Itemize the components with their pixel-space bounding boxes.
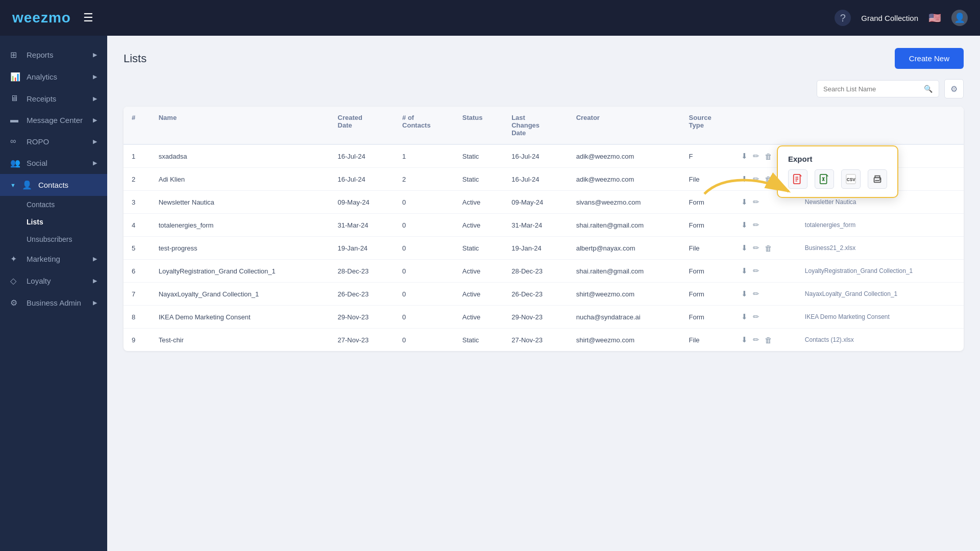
export-csv-button[interactable]: CSV bbox=[841, 169, 861, 189]
chevron-right-icon: ▶ bbox=[93, 160, 97, 166]
lists-table: # Name CreatedDate # ofContacts Status L… bbox=[124, 107, 964, 351]
edit-icon[interactable]: ✏ bbox=[753, 243, 760, 253]
sidebar-item-marketing[interactable]: ✦ Marketing ▶ bbox=[0, 248, 107, 270]
user-avatar[interactable]: 👤 bbox=[951, 10, 968, 26]
download-icon[interactable]: ⬇ bbox=[741, 289, 748, 298]
cell-last-change: 27-Nov-23 bbox=[503, 329, 568, 352]
col-extra bbox=[797, 107, 964, 144]
search-icon: 🔍 bbox=[924, 85, 933, 93]
sidebar-item-reports[interactable]: ⊞ Reports ▶ bbox=[0, 44, 107, 66]
cell-status: Static bbox=[454, 168, 503, 191]
sidebar-item-receipts[interactable]: 🖥 Receipts ▶ bbox=[0, 88, 107, 109]
delete-icon[interactable]: 🗑 bbox=[765, 244, 772, 253]
cell-num: 2 bbox=[124, 168, 151, 191]
delete-icon[interactable]: 🗑 bbox=[765, 336, 772, 344]
edit-icon[interactable]: ✏ bbox=[753, 197, 760, 207]
cell-contacts: 0 bbox=[394, 191, 454, 214]
menu-icon[interactable]: ☰ bbox=[83, 11, 93, 24]
cell-created: 28-Dec-23 bbox=[330, 260, 395, 283]
cell-extra: totalenergies_form bbox=[797, 214, 964, 237]
col-actions bbox=[733, 107, 797, 144]
help-icon[interactable]: ? bbox=[835, 10, 851, 26]
cell-creator: adik@weezmo.com bbox=[568, 144, 681, 168]
cell-contacts: 1 bbox=[394, 144, 454, 168]
sidebar-sub-lists[interactable]: Lists bbox=[27, 213, 107, 231]
search-input[interactable] bbox=[823, 85, 920, 93]
filter-button[interactable]: ⚙ bbox=[944, 79, 964, 98]
table-header-row: # Name CreatedDate # ofContacts Status L… bbox=[124, 107, 964, 144]
download-icon[interactable]: ⬇ bbox=[741, 220, 748, 230]
svg-point-5 bbox=[880, 179, 881, 180]
cell-source: Form bbox=[681, 283, 733, 306]
sidebar-item-ropo[interactable]: ∞ ROPO ▶ bbox=[0, 131, 107, 152]
edit-icon[interactable]: ✏ bbox=[753, 289, 760, 298]
cell-created: 16-Jul-24 bbox=[330, 144, 395, 168]
edit-icon[interactable]: ✏ bbox=[753, 312, 760, 321]
create-new-button[interactable]: Create New bbox=[895, 48, 964, 69]
delete-icon[interactable]: 🗑 bbox=[765, 152, 772, 161]
delete-icon[interactable]: 🗑 bbox=[765, 175, 772, 184]
sidebar-item-message-center[interactable]: ▬ Message Center ▶ bbox=[0, 109, 107, 131]
chevron-right-icon: ▶ bbox=[93, 117, 97, 123]
cell-num: 7 bbox=[124, 283, 151, 306]
cell-actions: ⬇ ✏ 🗑 bbox=[733, 237, 797, 260]
page-title: Lists bbox=[124, 52, 146, 65]
cell-name: NayaxLoyalty_Grand Collection_1 bbox=[151, 283, 330, 306]
cell-status: Static bbox=[454, 237, 503, 260]
cell-num: 6 bbox=[124, 260, 151, 283]
download-icon[interactable]: ⬇ bbox=[741, 152, 748, 161]
export-pdf-button[interactable] bbox=[788, 169, 807, 189]
export-print-button[interactable] bbox=[868, 169, 887, 189]
cell-creator: adik@weezmo.com bbox=[568, 168, 681, 191]
cell-created: 19-Jan-24 bbox=[330, 237, 395, 260]
sidebar-sub-contacts[interactable]: Contacts bbox=[27, 196, 107, 213]
cell-name: Test-chir bbox=[151, 329, 330, 352]
flag-icon: 🇺🇸 bbox=[928, 12, 941, 24]
sidebar-item-loyalty[interactable]: ◇ Loyalty ▶ bbox=[0, 270, 107, 292]
cell-contacts: 0 bbox=[394, 306, 454, 329]
chevron-right-icon: ▶ bbox=[93, 299, 97, 306]
cell-status: Active bbox=[454, 283, 503, 306]
download-icon[interactable]: ⬇ bbox=[741, 266, 748, 276]
cell-creator: shirt@weezmo.com bbox=[568, 329, 681, 352]
sidebar-sub-unsubscribers[interactable]: Unsubscribers bbox=[27, 231, 107, 248]
cell-last-change: 26-Dec-23 bbox=[503, 283, 568, 306]
table-row: 9 Test-chir 27-Nov-23 0 Static 27-Nov-23… bbox=[124, 329, 964, 352]
cell-created: 31-Mar-24 bbox=[330, 214, 395, 237]
cell-contacts: 0 bbox=[394, 260, 454, 283]
cell-source: File bbox=[681, 329, 733, 352]
cell-source: Form bbox=[681, 260, 733, 283]
edit-icon[interactable]: ✏ bbox=[753, 152, 760, 161]
download-icon[interactable]: ⬇ bbox=[741, 174, 748, 184]
cell-num: 8 bbox=[124, 306, 151, 329]
cell-creator: nucha@syndatrace.ai bbox=[568, 306, 681, 329]
download-icon[interactable]: ⬇ bbox=[741, 197, 748, 207]
ropo-icon: ∞ bbox=[10, 137, 20, 146]
sidebar: ⊞ Reports ▶ 📊 Analytics ▶ 🖥 Receipts ▶ ▬… bbox=[0, 36, 107, 551]
logo: weezmo bbox=[12, 10, 71, 26]
sidebar-item-business-admin[interactable]: ⚙ Business Admin ▶ bbox=[0, 292, 107, 314]
sidebar-item-contacts[interactable]: ▼ 👤 Contacts bbox=[0, 174, 107, 196]
cell-status: Static bbox=[454, 329, 503, 352]
cell-extra: NayaxLoyalty_Grand Collection_1 bbox=[797, 283, 964, 306]
edit-icon[interactable]: ✏ bbox=[753, 220, 760, 230]
filter-icon: ⚙ bbox=[950, 84, 958, 94]
cell-created: 27-Nov-23 bbox=[330, 329, 395, 352]
download-icon[interactable]: ⬇ bbox=[741, 335, 748, 344]
edit-icon[interactable]: ✏ bbox=[753, 266, 760, 276]
sidebar-item-analytics[interactable]: 📊 Analytics ▶ bbox=[0, 66, 107, 88]
edit-icon[interactable]: ✏ bbox=[753, 335, 760, 344]
cell-contacts: 0 bbox=[394, 237, 454, 260]
cell-creator: albertp@nayax.com bbox=[568, 237, 681, 260]
export-xls-button[interactable] bbox=[815, 169, 834, 189]
table-row: 5 test-progress 19-Jan-24 0 Static 19-Ja… bbox=[124, 237, 964, 260]
col-source: SourceType bbox=[681, 107, 733, 144]
table-row: 7 NayaxLoyalty_Grand Collection_1 26-Dec… bbox=[124, 283, 964, 306]
edit-icon[interactable]: ✏ bbox=[753, 174, 760, 184]
sidebar-item-social[interactable]: 👥 Social ▶ bbox=[0, 152, 107, 174]
download-icon[interactable]: ⬇ bbox=[741, 243, 748, 253]
cell-actions: ⬇ ✏ bbox=[733, 283, 797, 306]
download-icon[interactable]: ⬇ bbox=[741, 312, 748, 321]
cell-actions: ⬇ ✏ bbox=[733, 214, 797, 237]
export-popup-title: Export bbox=[788, 155, 887, 163]
